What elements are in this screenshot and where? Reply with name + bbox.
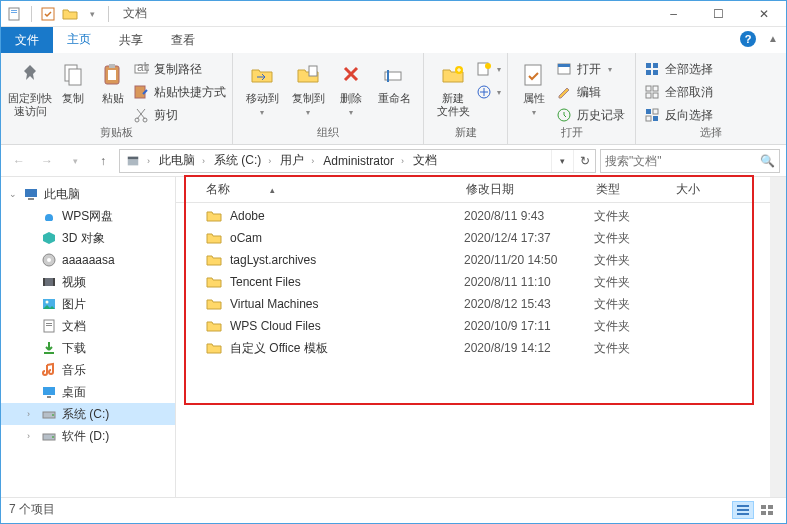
open-button[interactable]: 打开▾ xyxy=(556,59,625,79)
col-date[interactable]: 修改日期 xyxy=(466,181,596,198)
file-type: 文件夹 xyxy=(594,274,684,291)
invert-button[interactable]: 反向选择 xyxy=(644,105,713,125)
tree-pics[interactable]: 图片 xyxy=(1,293,175,315)
table-row[interactable]: oCam2020/12/4 17:37文件夹 xyxy=(176,227,770,249)
crumb[interactable]: 系统 (C:) xyxy=(208,150,265,172)
history-button[interactable]: 历史记录 xyxy=(556,105,625,125)
collapse-ribbon-icon[interactable]: ▲ xyxy=(768,33,778,44)
crumb-root-icon[interactable] xyxy=(120,150,144,172)
file-list[interactable]: Adobe2020/8/11 9:43文件夹oCam2020/12/4 17:3… xyxy=(176,203,770,497)
paste-button[interactable]: 粘贴 xyxy=(93,57,133,105)
sort-asc-icon: ▴ xyxy=(270,185,275,195)
svg-rect-11 xyxy=(135,86,145,98)
back-button[interactable]: ← xyxy=(7,149,31,173)
pasteshortcut-button[interactable]: 粘贴快捷方式 xyxy=(133,82,226,102)
copyto-button[interactable]: 复制到 ▾ xyxy=(285,57,331,117)
folder-icon xyxy=(206,252,224,268)
tree-aaa[interactable]: aaaaaasa xyxy=(1,249,175,271)
svg-rect-39 xyxy=(25,189,37,197)
tab-view[interactable]: 查看 xyxy=(157,27,209,53)
column-headers[interactable]: 名称▴ 修改日期 类型 大小 xyxy=(176,177,770,203)
table-row[interactable]: WPS Cloud Files2020/10/9 17:11文件夹 xyxy=(176,315,770,337)
tree-docs[interactable]: 文档 xyxy=(1,315,175,337)
tree-3d[interactable]: 3D 对象 xyxy=(1,227,175,249)
newitem-button[interactable]: ▾ xyxy=(476,59,501,79)
search-icon: 🔍 xyxy=(760,154,775,168)
maximize-button[interactable]: ☐ xyxy=(696,1,741,27)
rename-button[interactable]: 重命名 xyxy=(371,57,417,105)
svg-rect-40 xyxy=(28,198,34,200)
tree-music[interactable]: 音乐 xyxy=(1,359,175,381)
svg-rect-25 xyxy=(646,63,651,68)
table-row[interactable]: Virtual Machines2020/8/12 15:43文件夹 xyxy=(176,293,770,315)
svg-point-47 xyxy=(46,301,49,304)
crumb[interactable]: 文档 xyxy=(407,150,441,172)
table-row[interactable]: 自定义 Office 模板2020/8/19 14:12文件夹 xyxy=(176,337,770,359)
window-controls: – ☐ ✕ xyxy=(651,1,786,27)
selectnone-button[interactable]: 全部取消 xyxy=(644,82,713,102)
crumb[interactable]: 用户 xyxy=(274,150,308,172)
svg-point-57 xyxy=(52,436,54,438)
close-button[interactable]: ✕ xyxy=(741,1,786,27)
properties-button[interactable]: 属性 ▾ xyxy=(514,57,554,117)
selectall-button[interactable]: 全部选择 xyxy=(644,59,713,79)
pin-icon xyxy=(16,61,44,89)
col-type[interactable]: 类型 xyxy=(596,181,676,198)
moveto-button[interactable]: 移动到 ▾ xyxy=(239,57,285,117)
tab-share[interactable]: 共享 xyxy=(105,27,157,53)
table-row[interactable]: Adobe2020/8/11 9:43文件夹 xyxy=(176,205,770,227)
properties-qat-icon[interactable] xyxy=(40,6,56,22)
tree-video[interactable]: 视频 xyxy=(1,271,175,293)
edit-button[interactable]: 编辑 xyxy=(556,82,625,102)
icons-view-button[interactable] xyxy=(756,501,778,519)
copy-button[interactable]: 复制 xyxy=(53,57,93,105)
file-type: 文件夹 xyxy=(594,296,684,313)
svg-rect-51 xyxy=(44,352,54,354)
crumb[interactable]: 此电脑 xyxy=(153,150,199,172)
refresh-button[interactable]: ↻ xyxy=(573,150,595,172)
forward-button[interactable]: → xyxy=(35,149,59,173)
recent-dropdown[interactable]: ▾ xyxy=(63,149,87,173)
group-select: 全部选择 全部取消 反向选择 选择 xyxy=(636,53,786,144)
addr-dropdown-icon[interactable]: ▾ xyxy=(551,150,573,172)
col-size[interactable]: 大小 xyxy=(676,181,770,198)
tree-down[interactable]: 下载 xyxy=(1,337,175,359)
tab-file[interactable]: 文件 xyxy=(1,27,53,53)
svg-rect-2 xyxy=(11,12,17,13)
cut-button[interactable]: 剪切 xyxy=(133,105,226,125)
file-date: 2020/8/12 15:43 xyxy=(464,297,594,311)
details-view-button[interactable] xyxy=(732,501,754,519)
table-row[interactable]: tagLyst.archives2020/11/20 14:50文件夹 xyxy=(176,249,770,271)
rename-icon xyxy=(380,61,408,89)
search-input[interactable] xyxy=(605,154,756,168)
breadcrumb-box[interactable]: › 此电脑› 系统 (C:)› 用户› Administrator› 文档 ▾ … xyxy=(119,149,596,173)
minimize-button[interactable]: – xyxy=(651,1,696,27)
qat-dropdown-icon[interactable]: ▾ xyxy=(84,6,100,22)
tree-ddrive[interactable]: ›软件 (D:) xyxy=(1,425,175,447)
tab-home[interactable]: 主页 xyxy=(53,27,105,53)
newfolder-button[interactable]: 新建 文件夹 xyxy=(430,57,476,117)
tree-desk[interactable]: 桌面 xyxy=(1,381,175,403)
svg-rect-50 xyxy=(46,325,52,326)
file-name: oCam xyxy=(230,231,262,245)
tree-cdrive[interactable]: ›系统 (C:) xyxy=(1,403,175,425)
delete-button[interactable]: 删除 ▾ xyxy=(331,57,371,117)
folder-qat-icon[interactable] xyxy=(62,6,78,22)
up-button[interactable]: ↑ xyxy=(91,149,115,173)
crumb[interactable]: Administrator xyxy=(317,150,398,172)
search-box[interactable]: 🔍 xyxy=(600,149,780,173)
svg-text:abc: abc xyxy=(137,61,149,74)
file-date: 2020/8/11 11:10 xyxy=(464,275,594,289)
scrollbar[interactable] xyxy=(770,177,786,497)
tree-thispc[interactable]: ⌄此电脑 xyxy=(1,183,175,205)
svg-rect-36 xyxy=(653,116,658,121)
docs-icon xyxy=(41,318,57,334)
easyaccess-button[interactable]: ▾ xyxy=(476,82,501,102)
col-name[interactable]: 名称 xyxy=(206,181,230,198)
nav-tree[interactable]: ⌄此电脑 WPS网盘 3D 对象 aaaaaasa 视频 图片 文档 下载 音乐… xyxy=(1,177,176,497)
pin-button[interactable]: 固定到快 速访问 xyxy=(7,57,53,117)
help-button[interactable]: ? xyxy=(740,31,756,47)
tree-wps[interactable]: WPS网盘 xyxy=(1,205,175,227)
table-row[interactable]: Tencent Files2020/8/11 11:10文件夹 xyxy=(176,271,770,293)
copypath-button[interactable]: abc复制路径 xyxy=(133,59,226,79)
